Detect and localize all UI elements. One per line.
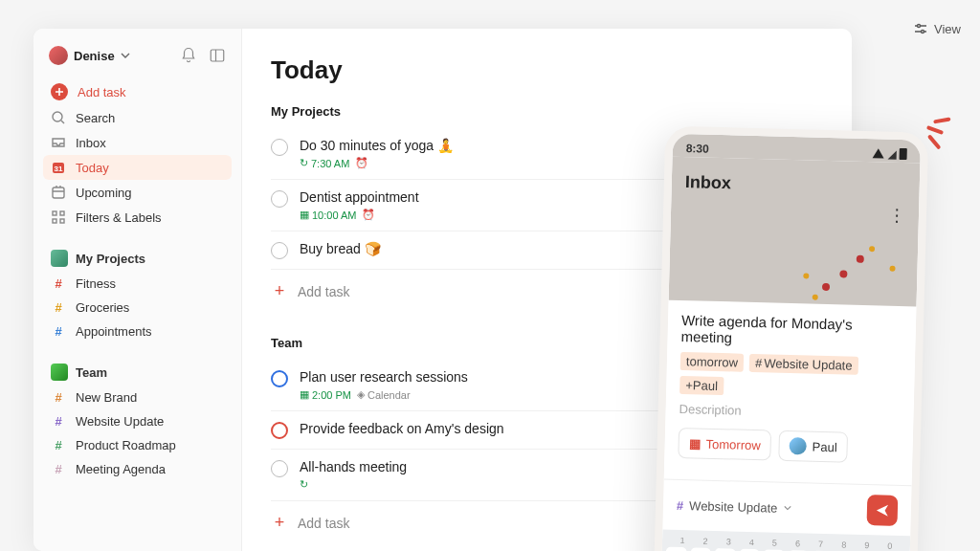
project-item[interactable]: #Product Roadmap	[43, 433, 232, 457]
phone-description[interactable]: Description	[679, 402, 900, 422]
project-label: Product Roadmap	[76, 438, 176, 452]
project-label: Fitness	[76, 276, 116, 291]
task-checkbox[interactable]	[271, 190, 288, 208]
svg-point-4	[53, 112, 62, 121]
recurring-icon: ↻	[300, 157, 308, 169]
project-item[interactable]: #Website Update	[43, 409, 232, 433]
nav-today[interactable]: 31 Today	[43, 155, 232, 180]
phone-mockup: 8:30 ◢ Inbox ⋮ Write agenda for Monday's…	[652, 125, 929, 551]
add-task-label: Add task	[298, 516, 349, 531]
svg-rect-11	[60, 219, 64, 223]
project-item[interactable]: #Fitness	[43, 272, 232, 296]
calendar-icon: ▦	[689, 436, 701, 451]
user-menu[interactable]: Denise	[49, 46, 130, 65]
project-item[interactable]: #Appointments	[43, 320, 232, 343]
hash-icon: #	[677, 497, 684, 512]
nav-filters[interactable]: Filters & Labels	[43, 205, 232, 230]
bell-icon[interactable]	[180, 47, 197, 64]
phone-project-selector[interactable]: # Website Update	[677, 497, 791, 515]
text-chip[interactable]: tomorrow	[680, 352, 745, 372]
team-title: Team	[76, 365, 107, 380]
calendar-icon: ▦	[300, 209, 309, 221]
project-label: Appointments	[76, 324, 152, 339]
key-num-hint: 3	[718, 537, 739, 547]
my-projects-icon	[51, 250, 68, 267]
key-num-hint: 7	[811, 540, 832, 550]
avatar	[49, 46, 68, 65]
page-title: Today	[271, 55, 823, 85]
user-name: Denise	[74, 49, 115, 63]
task-checkbox[interactable]	[271, 422, 288, 439]
calendar-today-icon: 31	[51, 160, 66, 175]
task-tag: Calendar	[368, 389, 411, 401]
hash-icon: #	[51, 390, 66, 405]
task-checkbox[interactable]	[271, 139, 288, 156]
alarm-icon: ⏰	[362, 209, 375, 221]
add-task-label: Add task	[78, 85, 126, 99]
section-title: My Projects	[271, 104, 823, 119]
key-num-hint: 8	[834, 540, 855, 550]
team-icon	[51, 364, 68, 381]
project-item[interactable]: #Meeting Agenda	[43, 457, 232, 481]
assignee-pill[interactable]: Paul	[778, 430, 848, 463]
nav-upcoming[interactable]: Upcoming	[43, 180, 232, 205]
key-num-hint: 9	[857, 540, 878, 551]
project-item[interactable]: #New Brand	[43, 386, 232, 409]
phone-task-title[interactable]: Write agenda for Monday's meeting	[680, 312, 902, 350]
wifi-icon	[873, 148, 884, 158]
keyboard-key[interactable]: q	[665, 547, 686, 551]
text-chip[interactable]: +Paul	[679, 376, 724, 395]
plus-circle-icon	[51, 83, 68, 100]
nav-today-label: Today	[76, 161, 109, 175]
hash-icon: #	[51, 414, 66, 429]
key-num-hint: 6	[787, 539, 808, 549]
phone-more-icon[interactable]: ⋮	[888, 205, 906, 226]
sidebar: Denise Add task Search Inbox 31 Today	[33, 29, 242, 551]
inbox-icon	[51, 135, 66, 150]
accent-decoration	[921, 111, 948, 149]
text-chip[interactable]: Website Update	[749, 354, 858, 375]
chevron-down-icon	[121, 51, 130, 60]
svg-rect-9	[60, 211, 64, 215]
calendar-icon	[51, 185, 66, 200]
project-label: New Brand	[76, 390, 137, 405]
keyboard-key[interactable]: w	[690, 547, 711, 551]
view-toggle[interactable]: View	[913, 21, 961, 36]
svg-rect-2	[211, 50, 224, 61]
phone-inbox-title: Inbox	[685, 172, 906, 198]
due-date-pill[interactable]: ▦ Tomorrow	[678, 428, 771, 461]
team-header[interactable]: Team	[43, 359, 232, 386]
svg-rect-8	[53, 211, 56, 215]
nav-upcoming-label: Upcoming	[76, 186, 132, 200]
nav-search[interactable]: Search	[43, 105, 232, 130]
search-icon	[51, 110, 66, 125]
project-label: Meeting Agenda	[76, 462, 166, 476]
phone-time: 8:30	[686, 142, 709, 156]
grid-icon	[51, 209, 66, 225]
nav-inbox[interactable]: Inbox	[43, 130, 232, 155]
map-decoration	[764, 233, 909, 314]
recurring-icon: ↻	[300, 478, 308, 491]
plus-icon: +	[271, 513, 288, 533]
project-label: Groceries	[76, 300, 129, 315]
svg-rect-10	[53, 219, 56, 223]
project-label: Website Update	[76, 414, 164, 429]
battery-icon	[900, 148, 907, 160]
task-time: 2:00 PM	[312, 389, 351, 401]
task-checkbox[interactable]	[271, 370, 288, 387]
task-checkbox[interactable]	[271, 460, 288, 477]
my-projects-title: My Projects	[76, 252, 145, 266]
phone-project-name: Website Update	[689, 498, 778, 515]
my-projects-header[interactable]: My Projects	[43, 245, 232, 272]
task-checkbox[interactable]	[271, 242, 288, 259]
add-task-button[interactable]: Add task	[43, 78, 232, 105]
add-task-label: Add task	[298, 284, 349, 299]
nav-search-label: Search	[76, 111, 115, 125]
panel-icon[interactable]	[209, 47, 226, 64]
svg-text:31: 31	[55, 165, 63, 173]
send-button[interactable]	[867, 495, 899, 526]
key-num-hint: 5	[764, 538, 785, 548]
project-item[interactable]: #Groceries	[43, 296, 232, 320]
task-time: 10:00 AM	[312, 209, 356, 221]
hash-icon: #	[51, 300, 66, 315]
